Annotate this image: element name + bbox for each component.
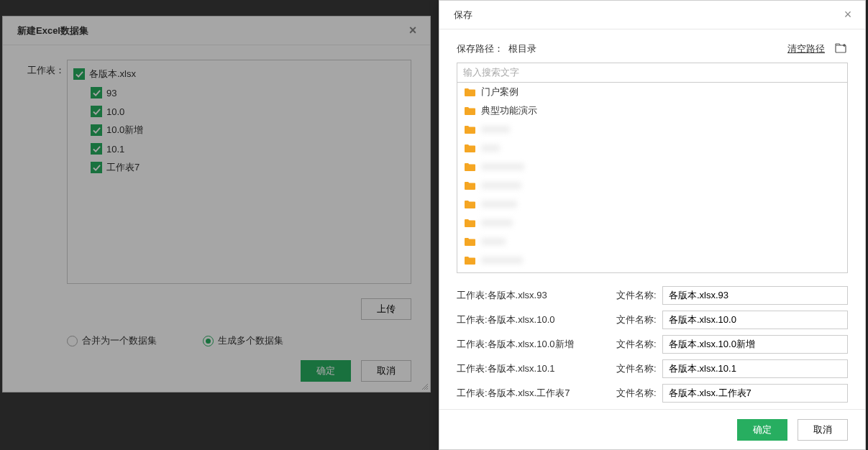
folder-item-redacted[interactable] xyxy=(457,251,847,270)
folder-item-redacted[interactable] xyxy=(457,213,847,232)
redacted-label xyxy=(481,238,506,245)
folder-icon xyxy=(465,144,475,152)
folder-icon xyxy=(465,88,475,96)
filename-label: 文件名称: xyxy=(616,289,662,302)
folder-icon xyxy=(465,200,475,208)
folder-icon xyxy=(465,162,475,171)
sheet-label: 工作表:各版本.xlsx.93 xyxy=(457,289,616,302)
redacted-label xyxy=(481,257,523,264)
filename-input[interactable] xyxy=(662,335,848,354)
filename-input[interactable] xyxy=(662,311,848,329)
new-folder-icon[interactable] xyxy=(835,42,848,55)
filename-row: 工作表:各版本.xlsx.工作表7文件名称: xyxy=(457,381,848,405)
filename-label: 文件名称: xyxy=(616,313,662,326)
folder-item-redacted[interactable] xyxy=(457,195,847,213)
folder-item-redacted[interactable] xyxy=(457,176,847,195)
path-label: 保存路径： xyxy=(457,42,508,55)
filename-input[interactable] xyxy=(662,286,848,305)
save-dialog-title: 保存 xyxy=(454,9,472,22)
sheet-label: 工作表:各版本.xlsx.10.0新增 xyxy=(457,338,616,351)
filename-row: 工作表:各版本.xlsx.10.1文件名称: xyxy=(457,357,848,381)
folder-label: 门户案例 xyxy=(481,86,518,98)
clear-path-link[interactable]: 清空路径 xyxy=(787,42,825,55)
path-value: 根目录 xyxy=(508,42,787,55)
ok-button[interactable]: 确定 xyxy=(737,419,787,441)
filename-row: 工作表:各版本.xlsx.10.0文件名称: xyxy=(457,308,848,332)
filename-row: 工作表:各版本.xlsx.10.0新增文件名称: xyxy=(457,332,848,357)
redacted-label xyxy=(481,163,524,170)
folder-icon xyxy=(465,106,475,115)
folder-icon xyxy=(465,256,475,265)
save-dialog: 保存 × 保存路径： 根目录 清空路径 门户案例典型功能演示 工作表:各版本.x… xyxy=(439,0,866,450)
filename-row: 工作表:各版本.xlsx.93文件名称: xyxy=(457,283,848,308)
folder-item[interactable]: 门户案例 xyxy=(457,83,847,101)
sheet-label: 工作表:各版本.xlsx.10.1 xyxy=(457,362,616,375)
filename-section: 工作表:各版本.xlsx.93文件名称:工作表:各版本.xlsx.10.0文件名… xyxy=(457,273,848,409)
redacted-label xyxy=(481,201,517,208)
filename-label: 文件名称: xyxy=(616,362,662,375)
folder-item-redacted[interactable] xyxy=(457,157,847,176)
folder-item-redacted[interactable] xyxy=(457,139,847,157)
close-icon[interactable]: × xyxy=(841,7,855,22)
folder-list[interactable]: 门户案例典型功能演示 xyxy=(457,83,848,273)
folder-icon xyxy=(465,125,475,134)
redacted-label xyxy=(481,219,513,226)
folder-label: 典型功能演示 xyxy=(481,104,537,117)
cancel-button[interactable]: 取消 xyxy=(798,419,848,441)
folder-icon xyxy=(465,219,475,227)
folder-item-redacted[interactable] xyxy=(457,120,847,139)
redacted-label xyxy=(481,144,500,152)
folder-item[interactable]: 典型功能演示 xyxy=(457,101,847,120)
sheet-label: 工作表:各版本.xlsx.工作表7 xyxy=(457,387,616,400)
filename-label: 文件名称: xyxy=(616,338,662,351)
folder-item-redacted[interactable] xyxy=(457,232,847,251)
search-input[interactable] xyxy=(457,63,848,83)
filename-input[interactable] xyxy=(662,384,848,403)
redacted-label xyxy=(481,182,521,189)
folder-icon xyxy=(465,181,475,190)
sheet-label: 工作表:各版本.xlsx.10.0 xyxy=(457,313,616,326)
redacted-label xyxy=(481,126,510,133)
filename-label: 文件名称: xyxy=(616,387,662,400)
save-dialog-head: 保存 × xyxy=(439,1,865,29)
folder-icon xyxy=(465,237,475,246)
filename-input[interactable] xyxy=(662,359,848,378)
